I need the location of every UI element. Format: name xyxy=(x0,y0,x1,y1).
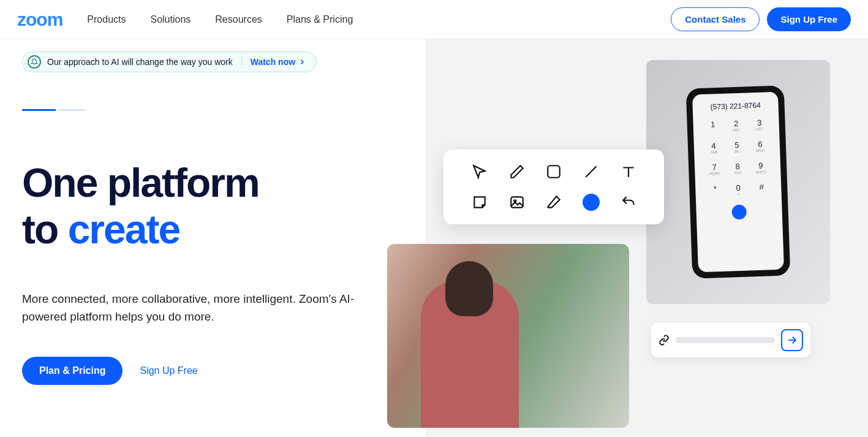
contact-sales-button[interactable]: Contact Sales xyxy=(671,7,760,31)
color-fill-icon[interactable] xyxy=(583,194,600,211)
sticky-note-icon[interactable] xyxy=(471,194,488,211)
svg-rect-0 xyxy=(548,165,560,178)
page-body: Our approach to AI will change the way y… xyxy=(0,39,868,437)
link-icon xyxy=(659,335,670,346)
progress-indicator xyxy=(22,109,403,111)
dialkey-7: 7PQRS xyxy=(704,160,725,178)
svg-line-1 xyxy=(586,166,596,177)
dialkey-4: 4GHI xyxy=(704,139,724,157)
dialpad: 1 2ABC 3DEF 4GHI 5JKL 6MNO 7PQRS 8TUV 9W… xyxy=(696,113,778,202)
sign-up-free-link[interactable]: Sign Up Free xyxy=(140,365,197,376)
hero-title: One platform to create xyxy=(22,160,403,253)
line-icon[interactable] xyxy=(583,163,600,180)
banner-divider xyxy=(241,56,242,67)
progress-seg-1 xyxy=(22,109,56,111)
banner-watch-link[interactable]: Watch now xyxy=(251,57,306,67)
undo-icon[interactable] xyxy=(620,194,637,211)
send-link-button[interactable] xyxy=(781,329,803,351)
banner-text: Our approach to AI will change the way y… xyxy=(47,57,233,67)
chevron-right-icon xyxy=(298,58,306,66)
dialkey-0: 0+ xyxy=(728,180,749,199)
announcement-banner[interactable]: Our approach to AI will change the way y… xyxy=(22,51,317,72)
dialkey-5: 5JKL xyxy=(726,137,747,156)
dialkey-hash: # xyxy=(752,180,772,198)
person-tablet-image xyxy=(387,244,629,428)
call-button-icon xyxy=(731,205,747,220)
header-actions: Contact Sales Sign Up Free xyxy=(671,7,851,31)
dialkey-star: * xyxy=(705,181,725,200)
cta-row: Plan & Pricing Sign Up Free xyxy=(22,357,403,385)
whiteboard-toolbar xyxy=(443,150,664,224)
text-icon[interactable] xyxy=(620,163,637,180)
dialkey-2: 2ABC xyxy=(726,116,746,135)
hero-subtitle: More connected, more collaborative, more… xyxy=(22,290,365,326)
svg-rect-2 xyxy=(511,197,523,207)
hero-title-line2-prefix: to xyxy=(22,207,68,252)
phone-frame: (573) 221-8764 1 2ABC 3DEF 4GHI 5JKL 6MN… xyxy=(686,85,791,278)
square-icon[interactable] xyxy=(545,163,562,180)
eraser-icon[interactable] xyxy=(545,194,562,211)
person-head xyxy=(445,261,493,316)
link-placeholder-bar xyxy=(676,337,775,343)
progress-seg-2 xyxy=(58,109,86,111)
bell-icon xyxy=(28,55,41,69)
main-header: zoom Products Solutions Resources Plans … xyxy=(0,0,868,39)
image-icon[interactable] xyxy=(508,194,526,211)
sign-up-free-button[interactable]: Sign Up Free xyxy=(767,7,851,31)
phone-screen: (573) 221-8764 1 2ABC 3DEF 4GHI 5JKL 6MN… xyxy=(692,92,784,273)
hero-right: (573) 221-8764 1 2ABC 3DEF 4GHI 5JKL 6MN… xyxy=(425,39,868,437)
dialkey-3: 3DEF xyxy=(749,115,769,134)
dialkey-9: 9WXYZ xyxy=(751,158,771,177)
cursor-icon[interactable] xyxy=(471,163,488,180)
hero-title-line1: One platform xyxy=(22,160,259,205)
pencil-icon[interactable] xyxy=(508,163,526,180)
nav-plans-pricing[interactable]: Plans & Pricing xyxy=(287,14,353,25)
nav-products[interactable]: Products xyxy=(87,14,126,25)
plan-pricing-button[interactable]: Plan & Pricing xyxy=(22,357,123,385)
zoom-logo[interactable]: zoom xyxy=(17,9,62,30)
dialkey-1: 1 xyxy=(703,117,723,135)
nav-resources[interactable]: Resources xyxy=(215,14,262,25)
share-link-card xyxy=(651,323,810,357)
banner-link-label: Watch now xyxy=(251,57,295,67)
arrow-right-icon xyxy=(787,335,798,346)
phone-image: (573) 221-8764 1 2ABC 3DEF 4GHI 5JKL 6MN… xyxy=(646,60,830,304)
nav-solutions[interactable]: Solutions xyxy=(150,14,191,25)
dialkey-6: 6MNO xyxy=(750,137,770,155)
dialkey-8: 8TUV xyxy=(728,159,748,177)
hero-left: Our approach to AI will change the way y… xyxy=(0,39,425,437)
hero-title-accent: create xyxy=(68,207,180,252)
dial-number: (573) 221-8764 xyxy=(696,101,774,112)
main-nav: Products Solutions Resources Plans & Pri… xyxy=(87,14,353,25)
